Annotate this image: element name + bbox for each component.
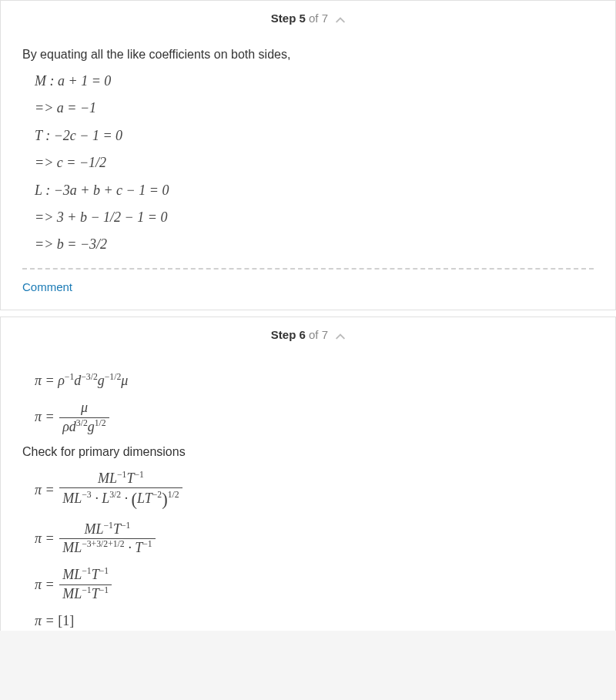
eq-pi-dim-2: π = ML−1T−1 ML−3+3/2+1/2 · T−1 (35, 521, 594, 558)
chevron-up-icon (336, 330, 345, 341)
eq-pi-dim-1: π = ML−1T−1 ML−3 · L3/2 · (LT−2)1/2 (35, 470, 594, 511)
comment-link[interactable]: Comment (22, 280, 72, 293)
step-5-label-rest: of 7 (306, 12, 328, 25)
eq-m: M : a + 1 = 0 (35, 72, 594, 90)
step-6-header[interactable]: Step 6 of 7 (1, 317, 615, 349)
eq-l: L : −3a + b + c − 1 = 0 (35, 182, 594, 199)
eq-pi-product: π = ρ−1d−3/2g−1/2μ (35, 372, 594, 390)
eq-pi-result: π = [1] (35, 612, 594, 630)
eq-a: => a = −1 (35, 99, 594, 117)
step-5-card: Step 5 of 7 By equating all the like coe… (0, 0, 616, 310)
step-6-label-rest: of 7 (306, 328, 328, 341)
check-label: Check for primary dimensions (22, 445, 594, 459)
step-6-label-bold: Step 6 (271, 328, 306, 341)
eq-pi-frac-mu: π = μ ρd3/2g1/2 (35, 399, 594, 436)
chevron-up-icon (336, 14, 345, 25)
eq-t: T : −2c − 1 = 0 (35, 127, 594, 145)
eq-pi-dim-3: π = ML−1T−1 ML−1T−1 (35, 566, 594, 603)
step-5-header[interactable]: Step 5 of 7 (1, 1, 615, 32)
step-6-card: Step 6 of 7 π = ρ−1d−3/2g−1/2μ π = μ ρd3… (0, 317, 616, 631)
step-5-intro: By equating all the like coefficients on… (22, 48, 594, 62)
step-5-body: By equating all the like coefficients on… (1, 32, 615, 254)
step-6-body: π = ρ−1d−3/2g−1/2μ π = μ ρd3/2g1/2 Check… (1, 349, 615, 631)
comment-row: Comment (1, 270, 615, 310)
eq-c: => c = −1/2 (35, 154, 594, 172)
eq-b1: => 3 + b − 1/2 − 1 = 0 (35, 209, 594, 226)
step-5-label-bold: Step 5 (271, 12, 306, 25)
eq-b2: => b = −3/2 (35, 236, 594, 253)
